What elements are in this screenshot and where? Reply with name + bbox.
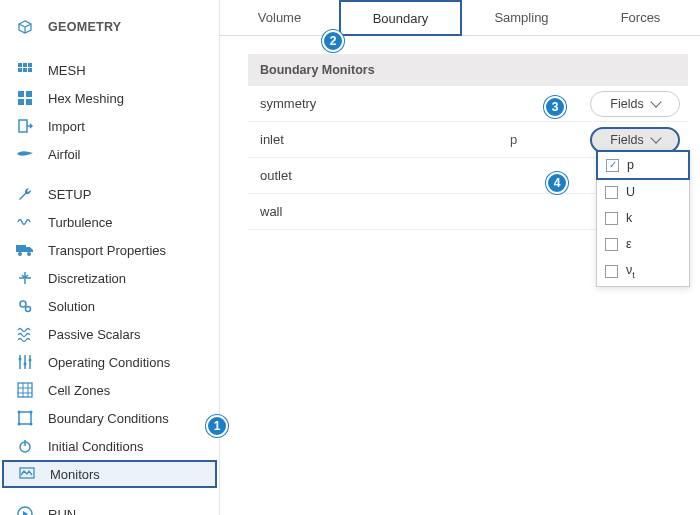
sidebar-item-airfoil[interactable]: Airfoil <box>0 140 219 168</box>
wrench-icon <box>16 185 34 203</box>
step-badge-1: 1 <box>206 415 228 437</box>
fields-label: Fields <box>610 97 643 111</box>
airfoil-icon <box>16 145 34 163</box>
sidebar: GEOMETRY MESH Hex Meshing Import Airfo <box>0 0 220 515</box>
sidebar-item-mesh[interactable]: MESH <box>0 56 219 84</box>
svg-point-14 <box>30 411 33 414</box>
main-content: Volume Boundary Sampling Forces Boundary… <box>220 0 700 515</box>
sidebar-item-label: Hex Meshing <box>48 91 124 106</box>
sidebar-item-label: Discretization <box>48 271 126 286</box>
chevron-down-icon <box>650 96 661 107</box>
sidebar-item-operating-conditions[interactable]: Operating Conditions <box>0 348 219 376</box>
dropdown-label: νt <box>626 263 635 280</box>
dropdown-label: U <box>626 185 635 199</box>
sidebar-item-label: MESH <box>48 63 86 78</box>
sidebar-item-discretization[interactable]: Discretization <box>0 264 219 292</box>
sidebar-item-label: Passive Scalars <box>48 327 140 342</box>
monitor-icon <box>18 465 36 483</box>
svg-point-10 <box>29 359 32 362</box>
svg-rect-0 <box>18 91 24 97</box>
tab-volume[interactable]: Volume <box>220 0 339 35</box>
power-icon <box>16 437 34 455</box>
dropdown-item-nut[interactable]: νt <box>597 257 689 286</box>
tab-sampling[interactable]: Sampling <box>462 0 581 35</box>
tab-boundary[interactable]: Boundary <box>339 0 462 36</box>
fields-button-inlet[interactable]: Fields <box>590 127 680 153</box>
hex-icon <box>16 89 34 107</box>
waves-icon <box>16 325 34 343</box>
checkbox-icon[interactable] <box>605 186 618 199</box>
sidebar-item-transport-properties[interactable]: Transport Properties <box>0 236 219 264</box>
dropdown-item-u[interactable]: U <box>597 179 689 205</box>
sidebar-item-run[interactable]: RUN <box>0 500 219 515</box>
row-mid: p <box>510 132 590 147</box>
sidebar-item-turbulence[interactable]: Turbulence <box>0 208 219 236</box>
grid-icon <box>16 61 34 79</box>
import-icon <box>16 117 34 135</box>
svg-point-4 <box>18 252 22 256</box>
sidebar-item-label: Boundary Conditions <box>48 411 169 426</box>
sidebar-item-label: Import <box>48 119 85 134</box>
sidebar-item-label: RUN <box>48 507 76 516</box>
sidebar-item-label: Operating Conditions <box>48 355 170 370</box>
sidebar-item-cell-zones[interactable]: Cell Zones <box>0 376 219 404</box>
boundary-icon <box>16 409 34 427</box>
fields-label: Fields <box>610 133 643 147</box>
chevron-down-icon <box>650 132 661 143</box>
checkbox-icon[interactable] <box>605 212 618 225</box>
row-symmetry: symmetry Fields <box>248 86 688 122</box>
step-badge-3: 3 <box>544 96 566 118</box>
fields-button-symmetry[interactable]: Fields <box>590 91 680 117</box>
sidebar-item-label: SETUP <box>48 187 91 202</box>
sidebar-item-initial-conditions[interactable]: Initial Conditions <box>0 432 219 460</box>
sidebar-item-import[interactable]: Import <box>0 112 219 140</box>
svg-rect-3 <box>26 99 32 105</box>
svg-point-5 <box>27 252 31 256</box>
zone-icon <box>16 381 34 399</box>
svg-rect-12 <box>19 412 31 424</box>
sidebar-item-boundary-conditions[interactable]: Boundary Conditions <box>0 404 219 432</box>
sidebar-item-passive-scalars[interactable]: Passive Scalars <box>0 320 219 348</box>
tab-label: Boundary <box>373 11 429 26</box>
sidebar-item-label: Airfoil <box>48 147 81 162</box>
sidebar-section-geometry[interactable]: GEOMETRY <box>0 10 219 44</box>
sidebar-item-setup[interactable]: SETUP <box>0 180 219 208</box>
svg-point-8 <box>19 358 22 361</box>
svg-point-9 <box>24 363 27 366</box>
dropdown-label: p <box>627 158 634 172</box>
svg-point-7 <box>26 307 31 312</box>
sidebar-item-monitors[interactable]: Monitors <box>2 460 217 488</box>
sidebar-item-hex-meshing[interactable]: Hex Meshing <box>0 84 219 112</box>
svg-point-15 <box>18 423 21 426</box>
checkbox-icon[interactable] <box>605 238 618 251</box>
sidebar-item-label: Monitors <box>50 467 100 482</box>
dropdown-item-p[interactable]: p <box>596 150 690 180</box>
dropdown-item-epsilon[interactable]: ε <box>597 231 689 257</box>
dropdown-item-k[interactable]: k <box>597 205 689 231</box>
step-badge-4: 4 <box>546 172 568 194</box>
svg-point-16 <box>30 423 33 426</box>
svg-point-13 <box>18 411 21 414</box>
tab-forces[interactable]: Forces <box>581 0 700 35</box>
sidebar-item-label: Cell Zones <box>48 383 110 398</box>
svg-rect-1 <box>26 91 32 97</box>
tab-label: Volume <box>258 10 301 25</box>
dropdown-label: ε <box>626 237 632 251</box>
split-icon <box>16 269 34 287</box>
fields-dropdown: p U k ε νt <box>596 150 690 287</box>
step-badge-2: 2 <box>322 30 344 52</box>
sidebar-item-label: Initial Conditions <box>48 439 143 454</box>
row-label: symmetry <box>260 96 510 111</box>
sidebar-section-label: GEOMETRY <box>48 20 121 34</box>
svg-point-6 <box>20 301 26 307</box>
checkbox-icon[interactable] <box>606 159 619 172</box>
svg-rect-11 <box>18 383 32 397</box>
row-label: inlet <box>260 132 510 147</box>
dropdown-label: k <box>626 211 632 225</box>
sidebar-item-solution[interactable]: Solution <box>0 292 219 320</box>
tab-label: Forces <box>621 10 661 25</box>
checkbox-icon[interactable] <box>605 265 618 278</box>
cube-icon <box>16 18 34 36</box>
sidebar-item-label: Transport Properties <box>48 243 166 258</box>
tabs: Volume Boundary Sampling Forces <box>220 0 700 36</box>
